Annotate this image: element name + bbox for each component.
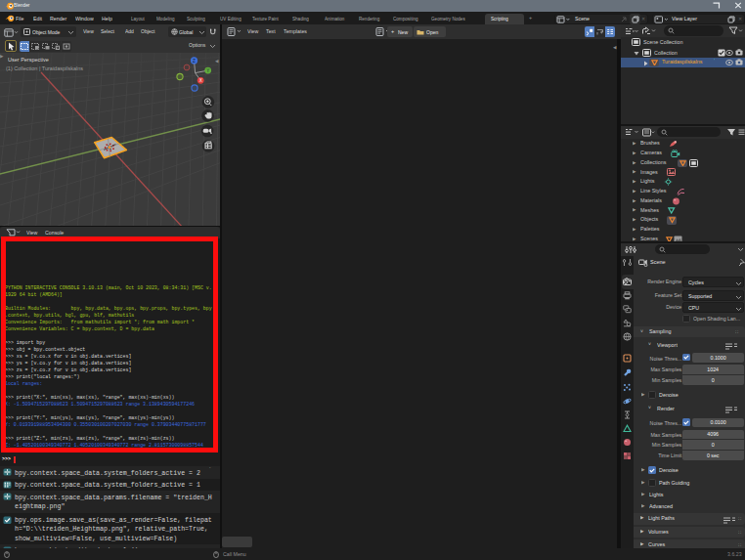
svg-text:Z: Z bbox=[193, 59, 196, 64]
svg-text:X: X bbox=[199, 78, 202, 83]
svg-text:Y: Y bbox=[206, 68, 209, 73]
